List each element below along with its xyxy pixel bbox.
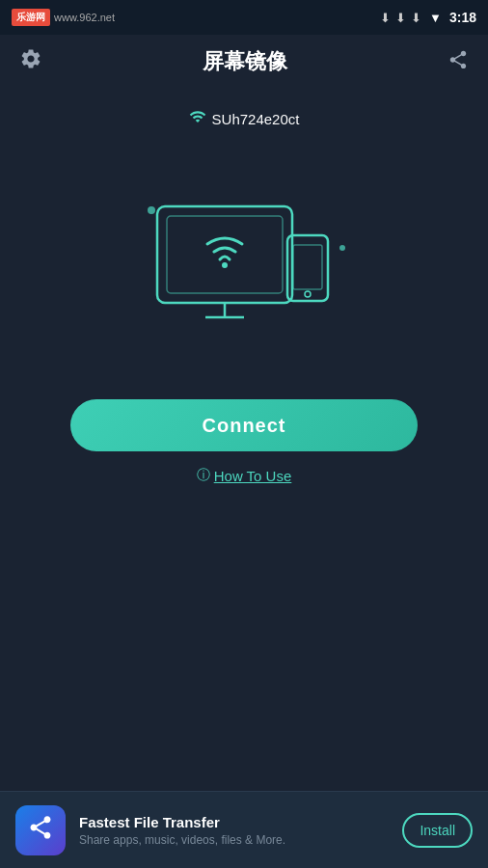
how-to-use-text[interactable]: How To Use — [214, 468, 292, 484]
ad-text: Fastest File Transfer Share apps, music,… — [79, 814, 389, 847]
top-bar: 屏幕镜像 — [0, 35, 488, 89]
share-icon[interactable] — [447, 49, 469, 75]
dot-1 — [148, 206, 155, 214]
svg-rect-6 — [293, 245, 322, 289]
page-title: 屏幕镜像 — [203, 47, 287, 76]
status-bar: 乐游网 www.962.net ⬇ ⬇ ⬇ ▼ 3:18 — [0, 0, 488, 35]
ad-banner: Fastest File Transfer Share apps, music,… — [0, 791, 488, 868]
wifi-icon — [189, 108, 206, 129]
dot-2 — [339, 245, 345, 251]
ad-share-icon — [27, 814, 54, 847]
ad-title: Fastest File Transfer — [79, 814, 389, 830]
wifi-network: SUh724e20ct — [189, 108, 300, 129]
status-bar-url: www.962.net — [54, 12, 115, 23]
ad-app-icon — [15, 805, 66, 855]
app-logo: 乐游网 — [12, 9, 50, 26]
svg-rect-1 — [167, 216, 283, 293]
svg-rect-0 — [157, 206, 292, 303]
ad-subtitle: Share apps, music, videos, files & More. — [79, 833, 389, 847]
network-name: SUh724e20ct — [212, 111, 300, 127]
svg-point-4 — [222, 262, 228, 268]
install-button[interactable]: Install — [402, 813, 473, 848]
svg-point-7 — [305, 291, 311, 297]
illustration-container — [119, 158, 369, 370]
download-icon-1: ⬇ — [380, 11, 391, 25]
status-bar-left: 乐游网 www.962.net — [12, 9, 115, 26]
how-to-use[interactable]: ⓘ How To Use — [197, 467, 292, 484]
settings-icon[interactable] — [19, 47, 42, 76]
wifi-status-icon: ▼ — [429, 11, 442, 25]
info-icon: ⓘ — [197, 467, 210, 484]
connect-button[interactable]: Connect — [70, 399, 418, 451]
download-icons: ⬇ ⬇ ⬇ — [380, 11, 421, 25]
status-bar-right: ⬇ ⬇ ⬇ ▼ 3:18 — [380, 10, 476, 25]
status-time: 3:18 — [449, 10, 476, 25]
download-icon-3: ⬇ — [411, 11, 421, 25]
download-icon-2: ⬇ — [395, 11, 406, 25]
main-content: SUh724e20ct — [0, 89, 488, 484]
screen-mirror-illustration — [138, 168, 350, 361]
